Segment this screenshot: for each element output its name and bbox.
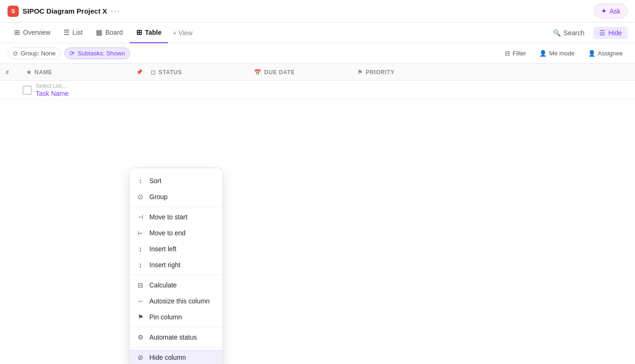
row-name-cell: Select List... Task Name — [32, 83, 147, 97]
add-view-button[interactable]: + View — [168, 29, 197, 37]
col-name-label: NAME — [35, 69, 53, 76]
hide-label: Hide — [608, 29, 622, 37]
menu-item-autosize[interactable]: ↔ Autosize this column — [130, 293, 223, 309]
tab-table-label: Table — [145, 29, 162, 36]
nav-tabs: ⊞ Overview ☰ List ▦ Board ⊞ Table + View… — [0, 23, 635, 43]
col-name[interactable]: ★ NAME 📌 — [23, 69, 147, 76]
filter-icon: ⊟ — [505, 50, 510, 57]
pin-icon: ⚑ — [136, 313, 145, 321]
app-icon: S — [8, 6, 19, 17]
board-icon: ▦ — [96, 28, 102, 37]
filter-label: Filter — [512, 50, 526, 57]
assignee-label: Assignee — [598, 50, 623, 57]
menu-item-insert-left[interactable]: ↨ Insert left — [130, 241, 223, 257]
task-name-label[interactable]: Task Name — [36, 90, 143, 97]
project-title: SIPOC Diagram Project X — [23, 7, 107, 15]
calculate-icon: ⊟ — [136, 281, 145, 289]
tab-list-label: List — [72, 29, 83, 36]
menu-item-automate[interactable]: ⚙ Automate status — [130, 329, 223, 345]
memode-icon: 👤 — [539, 50, 547, 57]
menu-item-insert-right[interactable]: ↨ Insert right — [130, 257, 223, 273]
hide-column-icon: ⊘ — [136, 354, 145, 361]
menu-item-group[interactable]: ⊙ Group — [130, 189, 223, 205]
overview-icon: ⊞ — [14, 28, 20, 37]
move-end-label: Move to end — [149, 229, 186, 237]
search-label: Search — [564, 29, 584, 37]
menu-group-sort: ↕ Sort ⊙ Group — [130, 171, 223, 207]
add-view-label: + View — [173, 29, 193, 37]
group-label: Group — [149, 193, 168, 201]
toolbar-right: ⊟ Filter 👤 Me mode 👤 Assignee — [500, 48, 627, 59]
col-priority-label: PRIORITY — [366, 69, 395, 76]
autosize-label: Autosize this column — [149, 297, 209, 305]
group-layers-icon: ⊙ — [13, 50, 18, 57]
move-start-icon: ⊣ — [136, 213, 145, 221]
context-menu: ↕ Sort ⊙ Group ⊣ Move to start ⊢ Move to… — [129, 168, 223, 364]
tab-table[interactable]: ⊞ Table — [130, 23, 169, 43]
tab-overview[interactable]: ⊞ Overview — [8, 23, 57, 43]
table-header: # ★ NAME 📌 ◻ STATUS 📅 DUE DATE ⚑ PRIORIT… — [0, 64, 635, 81]
col-status-label: STATUS — [159, 69, 182, 76]
table-body: Select List... Task Name ↕ Sort ⊙ Group … — [0, 81, 635, 100]
tab-overview-label: Overview — [23, 29, 50, 36]
search-icon: 🔍 — [553, 29, 561, 37]
table-row: Select List... Task Name — [0, 81, 635, 100]
menu-group-calc: ⊟ Calculate ↔ Autosize this column ⚑ Pin… — [130, 275, 223, 327]
tab-board[interactable]: ▦ Board — [89, 23, 129, 43]
memode-label: Me mode — [549, 50, 574, 57]
sort-label: Sort — [149, 177, 162, 185]
filter-button[interactable]: ⊟ Filter — [500, 48, 531, 59]
assignee-button[interactable]: 👤 Assignee — [583, 48, 627, 59]
menu-group-move: ⊣ Move to start ⊢ Move to end ↨ Insert l… — [130, 207, 223, 275]
col-status[interactable]: ◻ STATUS — [147, 69, 250, 76]
nav-right: 🔍 Search ☰ Hide — [547, 27, 627, 39]
menu-item-sort[interactable]: ↕ Sort — [130, 173, 223, 189]
ask-button[interactable]: ✦ Ask — [594, 4, 627, 18]
insert-left-icon: ↨ — [136, 245, 145, 253]
group-button[interactable]: ⊙ Group: None — [8, 47, 61, 59]
menu-item-move-start[interactable]: ⊣ Move to start — [130, 209, 223, 225]
due-col-icon: 📅 — [254, 69, 262, 76]
status-col-icon: ◻ — [151, 69, 156, 76]
select-list-label[interactable]: Select List... — [36, 83, 143, 89]
sparkle-icon: ✦ — [601, 7, 607, 15]
list-icon: ☰ — [63, 28, 70, 37]
subtasks-label: Subtasks: Shown — [77, 50, 124, 57]
autosize-icon: ↔ — [136, 297, 145, 305]
automate-icon: ⚙ — [136, 333, 145, 341]
top-bar: S SIPOC Diagram Project X ··· ✦ Ask — [0, 0, 635, 23]
hide-button[interactable]: ☰ Hide — [594, 27, 627, 39]
name-col-icon: ★ — [26, 69, 32, 76]
menu-item-hide-column[interactable]: ⊘ Hide column — [130, 349, 223, 364]
col-num: # — [0, 69, 23, 76]
priority-col-icon: ⚑ — [357, 69, 363, 76]
more-options-icon[interactable]: ··· — [111, 6, 121, 16]
insert-right-icon: ↨ — [136, 261, 145, 269]
group-icon: ⊙ — [136, 193, 145, 201]
col-name-pin-icon: 📌 — [136, 69, 143, 75]
insert-left-label: Insert left — [149, 245, 177, 253]
col-due-date[interactable]: 📅 DUE DATE — [250, 69, 354, 76]
hide-column-label: Hide column — [149, 354, 186, 361]
group-label: Group: None — [21, 50, 55, 57]
tab-list[interactable]: ☰ List — [57, 23, 89, 43]
subtasks-button[interactable]: ⟳ Subtasks: Shown — [64, 47, 130, 59]
menu-group-automate: ⚙ Automate status — [130, 327, 223, 348]
menu-item-move-end[interactable]: ⊢ Move to end — [130, 225, 223, 241]
move-end-icon: ⊢ — [136, 229, 145, 237]
hide-icon: ☰ — [599, 29, 605, 37]
top-bar-left: S SIPOC Diagram Project X ··· — [8, 6, 121, 17]
col-priority[interactable]: ⚑ PRIORITY — [354, 69, 457, 76]
calculate-label: Calculate — [149, 281, 177, 289]
menu-item-pin[interactable]: ⚑ Pin column — [130, 309, 223, 325]
assignee-icon: 👤 — [588, 50, 596, 57]
tab-board-label: Board — [105, 29, 123, 36]
memode-button[interactable]: 👤 Me mode — [534, 48, 579, 59]
row-checkbox[interactable] — [23, 85, 32, 95]
search-button[interactable]: 🔍 Search — [547, 27, 590, 39]
automate-label: Automate status — [149, 333, 197, 341]
pin-label: Pin column — [149, 313, 182, 321]
ask-label: Ask — [610, 8, 620, 15]
menu-item-calculate[interactable]: ⊟ Calculate — [130, 277, 223, 293]
subtasks-icon: ⟳ — [70, 50, 75, 57]
